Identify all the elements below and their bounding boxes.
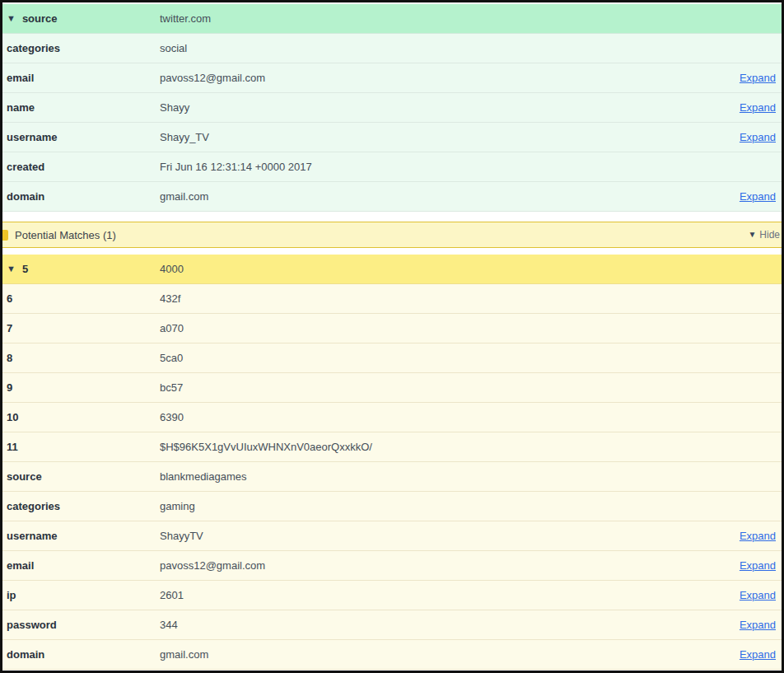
- section-gap: [2, 248, 782, 255]
- record-row: email pavoss12@gmail.com Expand: [2, 551, 782, 581]
- collapse-triangle-icon[interactable]: ▼: [7, 14, 16, 23]
- field-value: 432f: [160, 292, 782, 305]
- field-value: pavoss12@gmail.com: [160, 559, 740, 572]
- field-value: gmail.com: [160, 190, 740, 203]
- field-key: domain: [2, 648, 160, 661]
- results-viewport: ▼ source twitter.com categories social e…: [0, 0, 784, 673]
- record-row: ip 2601 Expand: [2, 581, 782, 610]
- record-header-key-label: 5: [22, 263, 28, 275]
- section-gap: [2, 212, 782, 222]
- record-row: email pavoss12@gmail.com Expand: [2, 63, 782, 93]
- field-key: 8: [2, 352, 160, 364]
- field-key: email: [2, 559, 160, 572]
- expand-link[interactable]: Expand: [740, 559, 782, 572]
- field-key: domain: [2, 190, 160, 203]
- field-value: 2601: [160, 589, 740, 601]
- field-value: 6390: [160, 411, 782, 423]
- expand-link[interactable]: Expand: [740, 648, 782, 661]
- field-key: source: [2, 470, 160, 483]
- expand-link[interactable]: Expand: [740, 619, 782, 631]
- record-header-value: 4000: [160, 263, 782, 275]
- hide-label: Hide: [759, 229, 780, 241]
- field-key: email: [2, 72, 160, 84]
- matches-marker-icon: [2, 230, 8, 241]
- expand-link[interactable]: Expand: [740, 589, 782, 601]
- field-value: social: [160, 42, 782, 54]
- record-row: 8 5ca0: [2, 344, 782, 373]
- record-header-row[interactable]: ▼ 5 4000: [2, 255, 782, 284]
- record-row: 7 a070: [2, 314, 782, 344]
- field-value: $H$96K5X1gVvUIuxWHNXnV0aeorQxxkkO/: [160, 441, 782, 453]
- record-row: 6 432f: [2, 284, 782, 314]
- potential-matches-label: Potential Matches (1): [15, 229, 748, 241]
- expand-link[interactable]: Expand: [740, 190, 782, 203]
- record-row: created Fri Jun 16 12:31:14 +0000 2017: [2, 152, 782, 182]
- record-row: categories gaming: [2, 492, 782, 521]
- field-key: 6: [2, 292, 160, 305]
- field-value: ShayyTV: [160, 530, 740, 542]
- record-header-row[interactable]: ▼ source twitter.com: [2, 4, 782, 34]
- field-key: ip: [2, 589, 160, 601]
- record-rows-container: 6 432f 7 a070 8 5ca0 9 bc57 10 6390 11 $…: [2, 284, 782, 670]
- field-value: gaming: [160, 500, 782, 512]
- record-row: username ShayyTV Expand: [2, 521, 782, 551]
- field-value: Shayy_TV: [160, 131, 740, 143]
- field-value: blankmediagames: [160, 470, 782, 483]
- record-row: source blankmediagames: [2, 462, 782, 492]
- record-row: 10 6390: [2, 403, 782, 432]
- hide-matches-button[interactable]: ▼ Hide: [748, 229, 782, 241]
- record-row: categories social: [2, 34, 782, 63]
- record-header-key: ▼ source: [2, 12, 160, 25]
- expand-link[interactable]: Expand: [740, 530, 782, 542]
- field-value: a070: [160, 322, 782, 334]
- collapse-triangle-icon[interactable]: ▼: [7, 264, 16, 273]
- hide-triangle-icon: ▼: [748, 231, 756, 239]
- field-key: categories: [2, 500, 160, 512]
- record-header-key-label: source: [22, 12, 58, 25]
- expand-link[interactable]: Expand: [740, 72, 782, 84]
- expand-link[interactable]: Expand: [740, 131, 782, 143]
- record-row: domain gmail.com Expand: [2, 640, 782, 670]
- field-key: 11: [2, 441, 160, 453]
- potential-matches-bar[interactable]: Potential Matches (1) ▼ Hide: [2, 222, 782, 248]
- record-header-key: ▼ 5: [2, 263, 160, 275]
- record-card-match: ▼ 5 4000 6 432f 7 a070 8 5ca0 9 bc57 10 …: [2, 255, 782, 670]
- field-value: 344: [160, 619, 740, 631]
- field-value: gmail.com: [160, 648, 740, 661]
- field-key: categories: [2, 42, 160, 54]
- field-value: bc57: [160, 381, 782, 394]
- record-card-twitter: ▼ source twitter.com categories social e…: [2, 4, 782, 212]
- record-row: username Shayy_TV Expand: [2, 123, 782, 152]
- field-value: 5ca0: [160, 352, 782, 364]
- field-key: password: [2, 619, 160, 631]
- record-row: 11 $H$96K5X1gVvUIuxWHNXnV0aeorQxxkkO/: [2, 432, 782, 462]
- field-key: name: [2, 101, 160, 114]
- field-value: Fri Jun 16 12:31:14 +0000 2017: [160, 161, 782, 173]
- field-value: pavoss12@gmail.com: [160, 72, 740, 84]
- record-rows-container: categories social email pavoss12@gmail.c…: [2, 34, 782, 212]
- field-key: username: [2, 530, 160, 542]
- record-row: name Shayy Expand: [2, 93, 782, 123]
- record-header-value: twitter.com: [160, 12, 782, 25]
- field-key: created: [2, 161, 160, 173]
- record-row: password 344 Expand: [2, 610, 782, 640]
- field-value: Shayy: [160, 101, 740, 114]
- field-key: username: [2, 131, 160, 143]
- field-key: 10: [2, 411, 160, 423]
- expand-link[interactable]: Expand: [740, 101, 782, 114]
- field-key: 7: [2, 322, 160, 334]
- record-row: 9 bc57: [2, 373, 782, 403]
- field-key: 9: [2, 381, 160, 394]
- record-row: domain gmail.com Expand: [2, 182, 782, 212]
